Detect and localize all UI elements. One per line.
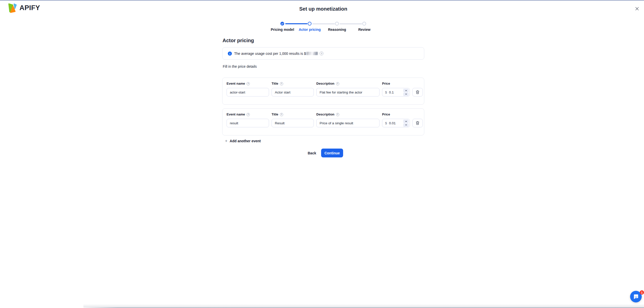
event-card: Event name ? Title ? Description ? bbox=[222, 78, 424, 105]
field-label-text: Title bbox=[272, 82, 278, 86]
field-title: Title ? bbox=[272, 112, 314, 135]
spinner-down-button[interactable] bbox=[403, 92, 409, 96]
title-input[interactable] bbox=[272, 88, 314, 97]
chat-launcher-button[interactable]: 1 bbox=[630, 291, 642, 302]
spinner-down-icon bbox=[405, 125, 407, 126]
content-column: Actor pricing i The average usage cost p… bbox=[222, 0, 424, 308]
spinner-up-button[interactable] bbox=[403, 89, 409, 92]
spinner-up-icon bbox=[405, 90, 407, 91]
field-label: Description ? bbox=[316, 112, 380, 116]
usage-cost-banner: i The average usage cost per 1,000 resul… bbox=[222, 47, 424, 60]
field-description: Description ? bbox=[316, 112, 380, 135]
info-icon: i bbox=[228, 52, 232, 56]
price-stepper bbox=[403, 89, 409, 96]
field-label: Event name ? bbox=[227, 112, 269, 116]
spinner-down-button[interactable] bbox=[403, 123, 409, 127]
banner-text: The average usage cost per 1,000 results… bbox=[234, 52, 306, 56]
back-button[interactable]: Back bbox=[306, 149, 318, 157]
continue-button[interactable]: Continue bbox=[321, 149, 343, 157]
field-label-text: Description bbox=[316, 112, 335, 116]
price-input[interactable] bbox=[389, 121, 399, 125]
field-label: Price bbox=[382, 112, 410, 116]
title-input[interactable] bbox=[272, 119, 314, 127]
add-another-event-button[interactable]: + Add another event bbox=[225, 139, 261, 143]
price-stepper bbox=[403, 120, 409, 127]
description-input[interactable] bbox=[316, 119, 380, 127]
price-input-group: $ bbox=[382, 119, 410, 127]
delete-event-wrap bbox=[412, 82, 423, 104]
help-icon[interactable]: ? bbox=[336, 82, 339, 85]
redacted-value bbox=[306, 52, 318, 55]
spinner-down-icon bbox=[405, 94, 407, 95]
spinner-up-button[interactable] bbox=[403, 120, 409, 123]
field-label-text: Price bbox=[382, 82, 390, 86]
setup-monetization-dialog: APIFY Set up monetization Pricing model … bbox=[0, 0, 644, 308]
event-name-input[interactable] bbox=[227, 88, 269, 97]
help-icon[interactable]: ? bbox=[280, 82, 283, 85]
currency-symbol: $ bbox=[385, 90, 387, 94]
trash-icon bbox=[416, 90, 419, 94]
help-icon[interactable]: ? bbox=[247, 82, 250, 85]
help-icon[interactable]: ? bbox=[280, 113, 283, 116]
apify-logo-icon bbox=[7, 3, 17, 13]
field-price: Price $ bbox=[382, 112, 410, 135]
field-event-name: Event name ? bbox=[227, 112, 269, 135]
chat-unread-badge: 1 bbox=[640, 290, 644, 295]
field-label-text: Price bbox=[382, 112, 390, 116]
field-event-name: Event name ? bbox=[227, 82, 269, 104]
field-label-text: Event name bbox=[227, 82, 245, 86]
field-label-text: Description bbox=[316, 82, 335, 86]
delete-event-wrap bbox=[412, 112, 423, 135]
event-name-input[interactable] bbox=[227, 119, 269, 127]
field-description: Description ? bbox=[316, 82, 380, 104]
help-icon[interactable]: ? bbox=[320, 52, 323, 55]
help-icon[interactable]: ? bbox=[247, 113, 250, 116]
field-label: Title ? bbox=[272, 112, 314, 116]
field-label: Event name ? bbox=[227, 82, 269, 86]
apify-wordmark: APIFY bbox=[19, 4, 40, 12]
field-price: Price $ bbox=[382, 82, 410, 104]
trash-icon bbox=[416, 121, 419, 125]
field-label: Price bbox=[382, 82, 410, 86]
close-button[interactable] bbox=[634, 5, 640, 12]
field-title: Title ? bbox=[272, 82, 314, 104]
close-icon bbox=[635, 7, 639, 11]
plus-icon: + bbox=[225, 139, 227, 143]
delete-event-button[interactable] bbox=[412, 119, 423, 127]
price-input-group: $ bbox=[382, 88, 410, 97]
intro-text: Fill in the price details bbox=[223, 64, 257, 68]
field-label-text: Event name bbox=[227, 112, 245, 116]
description-input[interactable] bbox=[316, 88, 380, 97]
currency-symbol: $ bbox=[385, 121, 387, 125]
add-event-label: Add another event bbox=[230, 139, 261, 143]
help-icon[interactable]: ? bbox=[336, 113, 339, 116]
spinner-up-icon bbox=[405, 121, 407, 122]
field-label-text: Title bbox=[272, 112, 278, 116]
field-label: Title ? bbox=[272, 82, 314, 86]
price-input[interactable] bbox=[389, 90, 399, 94]
section-heading: Actor pricing bbox=[223, 38, 254, 43]
event-card: Event name ? Title ? Description ? bbox=[222, 108, 424, 135]
apify-logo: APIFY bbox=[7, 3, 40, 13]
field-label: Description ? bbox=[316, 82, 380, 86]
delete-event-button[interactable] bbox=[412, 88, 423, 97]
chat-bubble-icon bbox=[633, 294, 639, 300]
